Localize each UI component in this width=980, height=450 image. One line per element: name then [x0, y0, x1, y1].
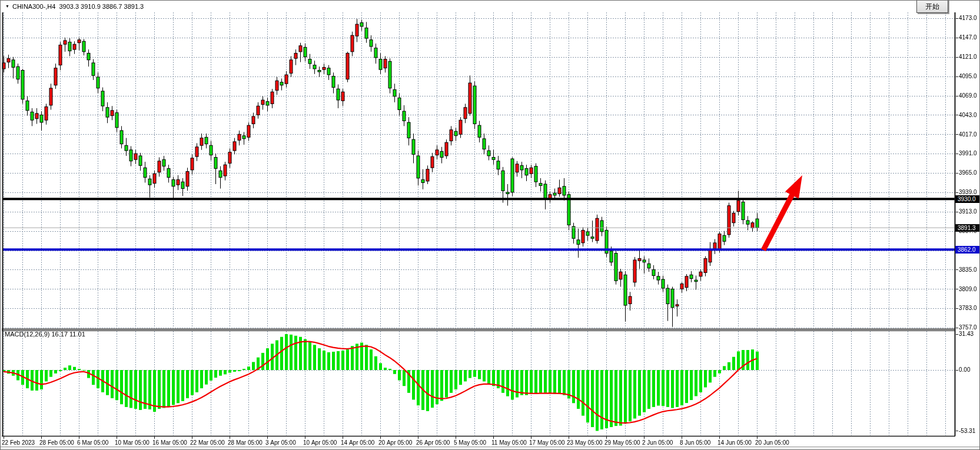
start-button[interactable]: 开始	[916, 0, 948, 13]
chart-title-symbol: CHINA300-,H4	[12, 3, 55, 10]
macd-indicator-label: MACD(12,26,9) 16.17 11.01	[5, 331, 85, 338]
current-price-badge: 3891.3	[955, 224, 980, 232]
chart-window: ▼CHINA300-,H4 3903.3 3910.9 3886.7 3891.…	[0, 0, 980, 450]
support-price-badge: 3862.0	[955, 246, 980, 254]
symbol-dropdown-icon[interactable]: ▼	[5, 4, 9, 8]
chart-title: ▼CHINA300-,H4 3903.3 3910.9 3886.7 3891.…	[5, 3, 144, 10]
chart-title-ohlc: 3903.3 3910.9 3886.7 3891.3	[59, 3, 144, 10]
price-chart-canvas[interactable]	[1, 1, 980, 450]
resistance-price-badge: 3930.0	[955, 195, 980, 203]
